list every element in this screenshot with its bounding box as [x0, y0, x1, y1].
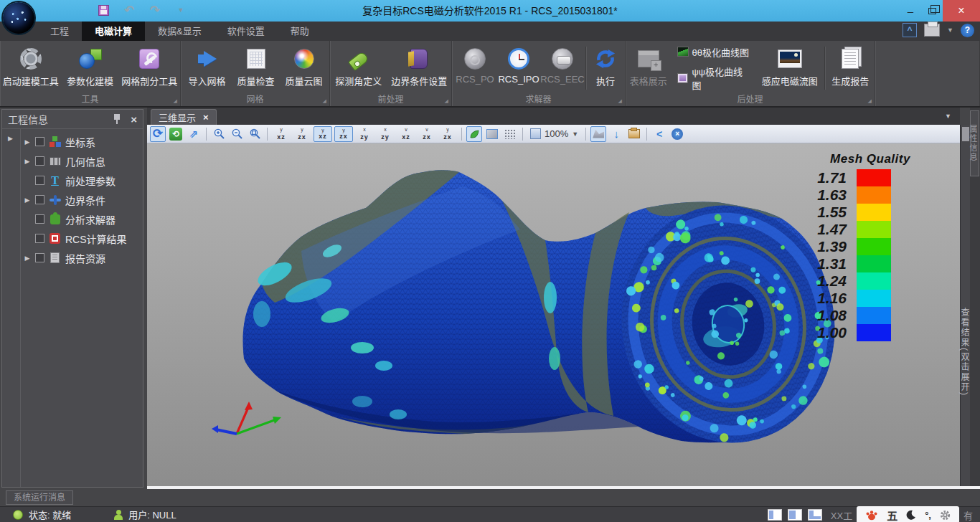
menu-tab-engineering[interactable]: 工程 [37, 22, 82, 41]
checkbox[interactable] [35, 156, 44, 166]
tree-item-rcs-results[interactable]: RCS计算结果 [21, 229, 143, 248]
checkbox[interactable] [35, 214, 44, 224]
legend-swatch [857, 324, 891, 341]
ime-wubi-label[interactable]: 五 [887, 508, 897, 522]
checkbox[interactable] [35, 195, 44, 204]
zoom-in-button[interactable] [211, 126, 227, 142]
print-dropdown-icon[interactable]: ▼ [947, 27, 953, 34]
menu-tab-em-compute[interactable]: 电磁计算 [82, 22, 145, 41]
table-display-button[interactable]: 表格展示 [626, 42, 672, 94]
quality-check-button[interactable]: 质量检查 [232, 42, 281, 94]
rcs-po-button[interactable]: RCS_PO [453, 42, 496, 94]
expand-arrow-icon[interactable]: ▶ [24, 138, 31, 146]
ime-moon-icon[interactable] [906, 510, 916, 521]
panel-close-icon[interactable]: × [131, 114, 137, 125]
close-button[interactable]: × [943, 0, 980, 22]
zoom-dropdown-icon[interactable]: ▼ [572, 130, 578, 138]
pan-view-button[interactable]: ⇗ [186, 126, 202, 142]
clip-icon [593, 130, 604, 138]
checkbox[interactable] [35, 137, 44, 146]
checkbox[interactable] [35, 234, 44, 243]
clip-plane-button[interactable] [590, 126, 606, 142]
ime-gear-icon[interactable] [940, 510, 951, 521]
view-preset-button-4[interactable]: yzx [334, 126, 353, 142]
layout-wide-pane-icon[interactable] [788, 509, 802, 521]
zoom-fit-button[interactable] [247, 126, 263, 142]
boundary-condition-icon [50, 195, 61, 205]
menu-tab-settings[interactable]: 软件设置 [215, 22, 278, 41]
system-messages-tab[interactable]: 系统运行消息 [6, 490, 73, 505]
help-icon[interactable]: ? [961, 24, 974, 37]
generate-report-button[interactable]: 生成报告 [826, 42, 875, 94]
ime-toolbar[interactable]: 五 °, [857, 506, 959, 522]
view-preset-button-9[interactable]: yzx [438, 126, 457, 142]
menu-tab-data-display[interactable]: 数据&显示 [145, 22, 215, 41]
rcs-ipo-button[interactable]: RCS_IPO [496, 42, 541, 94]
view-preset-button-6[interactable]: xzy [376, 126, 395, 142]
view-preset-button-8[interactable]: vzx [418, 126, 436, 142]
tree-item-report-resources[interactable]: ▶ 报告资源 [21, 248, 143, 267]
layout-bottom-pane-icon[interactable] [808, 509, 822, 521]
zoom-level-control[interactable]: 100% ▼ [527, 126, 581, 142]
checkbox[interactable] [35, 176, 44, 185]
detection-angle-button[interactable]: 探测角定义 [330, 42, 387, 94]
orbit-view-button[interactable]: ⟲ [168, 126, 184, 142]
view-preset-button-1[interactable]: yxz [272, 126, 291, 142]
zoom-out-button[interactable] [229, 126, 245, 142]
layout-left-pane-icon[interactable] [768, 509, 782, 521]
copy-view-button[interactable] [626, 126, 642, 142]
viewport-3d[interactable]: Mesh Quality 1.71 1.63 1.55 1.47 1.39 1.… [147, 143, 960, 486]
psi-polarization-curve-button[interactable]: ψψ极化曲线图 [677, 65, 752, 92]
tree-item-coordinate-system[interactable]: ▶ 坐标系 [21, 132, 143, 151]
share-view-button[interactable]: < [651, 126, 667, 142]
save-button[interactable] [96, 3, 110, 17]
checkbox[interactable] [35, 253, 44, 262]
tab-close-icon[interactable]: × [203, 112, 209, 123]
induced-current-map-button[interactable]: 感应电磁流图 [757, 42, 822, 94]
rotate-view-button[interactable]: ⟳ [150, 126, 166, 142]
menu-tab-help[interactable]: 帮助 [278, 22, 322, 41]
collapse-ribbon-icon[interactable]: ^ [903, 23, 917, 37]
mesh-partition-tool-button[interactable]: 网格剖分工具 [118, 42, 180, 94]
expand-arrow-icon[interactable]: ▶ [24, 158, 31, 165]
pin-icon[interactable] [113, 114, 121, 124]
tab-list-dropdown-icon[interactable]: ▼ [945, 113, 951, 120]
render-points-button[interactable] [502, 126, 518, 142]
render-smooth-button[interactable] [466, 126, 482, 142]
view-preset-button-5[interactable]: xzy [355, 126, 374, 142]
view-preset-button-7[interactable]: vxz [397, 126, 415, 142]
theta-polarization-curve-button[interactable]: θθ极化曲线图 [677, 45, 752, 59]
tree-item-preprocess-params[interactable]: T 前处理参数 [21, 171, 143, 190]
legend-swatch [857, 290, 891, 307]
quick-access-dropdown[interactable]: ▼ [174, 3, 188, 17]
boundary-condition-button[interactable]: 边界条件设置 [387, 42, 451, 94]
view-preset-button-3[interactable]: yxz [314, 126, 332, 142]
restore-button[interactable] [921, 0, 943, 22]
rcs-eec-button[interactable]: RCS_EEC [541, 42, 584, 94]
view-preset-button-2[interactable]: yzx [293, 126, 311, 142]
expand-arrow-icon[interactable]: ▶ [24, 255, 31, 262]
ime-paw-icon[interactable] [865, 509, 878, 521]
quality-cloud-button[interactable]: 质量云图 [281, 42, 328, 94]
expand-arrow-icon[interactable]: ▶ [24, 196, 31, 204]
parametric-modeling-button[interactable]: 参数化建模 [62, 42, 119, 94]
tree-item-geometry-info[interactable]: ▶ 几何信息 [21, 151, 143, 171]
viewport-bottom-divider [147, 486, 980, 489]
undo-button[interactable]: ↶ [122, 3, 136, 17]
view-results-strip[interactable]: 查看结果(双击展开) [960, 125, 970, 486]
minimize-button[interactable]: – [900, 0, 921, 22]
redo-button[interactable]: ↷ [148, 3, 162, 17]
tab-3d-display[interactable]: 三维显示 × [151, 109, 217, 125]
launch-modeling-tool-button[interactable]: 启动建模工具 [0, 42, 62, 94]
properties-tab[interactable]: 属性信息 [970, 110, 979, 176]
print-icon[interactable] [924, 24, 940, 37]
ime-punct-label[interactable]: °, [925, 510, 931, 521]
tree-item-analysis-solver[interactable]: 分析求解器 [21, 209, 143, 229]
execute-button[interactable]: 执行 [588, 42, 623, 94]
tree-item-boundary-conditions[interactable]: ▶ 边界条件 [21, 190, 143, 209]
import-mesh-button[interactable]: 导入网格 [183, 42, 232, 94]
render-shaded-button[interactable] [484, 126, 500, 142]
close-view-button[interactable]: × [669, 126, 685, 142]
app-logo[interactable] [3, 2, 34, 34]
import-view-button[interactable]: ↓ [608, 126, 624, 142]
